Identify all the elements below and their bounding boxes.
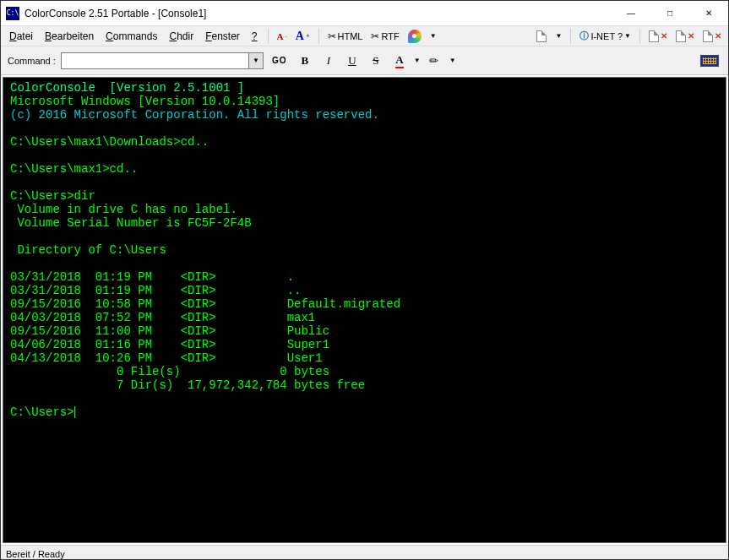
scissors-icon: ✂ bbox=[371, 30, 379, 42]
separator bbox=[268, 29, 269, 44]
maximize-button[interactable]: □ bbox=[650, 1, 689, 26]
bold-button[interactable]: B bbox=[296, 52, 314, 69]
separator bbox=[318, 29, 319, 44]
x-icon: ✕ bbox=[661, 31, 667, 41]
document-icon bbox=[676, 30, 686, 42]
scissors-icon: ✂ bbox=[328, 30, 336, 42]
text-color-button[interactable]: A bbox=[390, 52, 409, 69]
export-html-button[interactable]: ✂HTML bbox=[324, 29, 367, 44]
document-icon bbox=[703, 30, 713, 42]
menu-commands[interactable]: Commands bbox=[101, 29, 162, 44]
menubar: Datei Bearbeiten Commands Chdir Fenster … bbox=[1, 26, 728, 46]
menu-bearbeiten[interactable]: Bearbeiten bbox=[40, 29, 99, 44]
command-input[interactable] bbox=[61, 52, 248, 69]
menu-help[interactable]: ? bbox=[247, 29, 263, 44]
color-palette-button[interactable] bbox=[405, 28, 425, 45]
text-color-dropdown[interactable]: ▼ bbox=[414, 57, 421, 64]
go-button[interactable]: GO bbox=[269, 52, 291, 69]
window-title: ColorConsole 2.51 Portable - [Console1] bbox=[24, 8, 612, 19]
strike-button[interactable]: S bbox=[367, 52, 385, 69]
info-icon: ⓘ bbox=[579, 30, 589, 42]
separator bbox=[570, 29, 571, 44]
menu-chdir[interactable]: Chdir bbox=[164, 29, 199, 44]
pencil-icon: ✎ bbox=[427, 52, 443, 68]
close-tab-1-button[interactable]: ✕ bbox=[645, 29, 671, 44]
underline-button[interactable]: U bbox=[343, 52, 362, 69]
new-doc-button[interactable] bbox=[533, 29, 550, 44]
statusbar: Bereit / Ready bbox=[1, 545, 728, 560]
command-toolbar: Command : ▼ GO B I U S A ▼ ✎ ▼ bbox=[1, 46, 728, 75]
font-smaller-button[interactable]: A- bbox=[274, 30, 291, 43]
x-icon: ✕ bbox=[715, 31, 721, 41]
status-text: Bereit / Ready bbox=[6, 549, 65, 559]
titlebar: C:\ ColorConsole 2.51 Portable - [Consol… bbox=[1, 1, 728, 26]
x-icon: ✕ bbox=[688, 31, 694, 41]
separator bbox=[639, 29, 640, 44]
close-tab-2-button[interactable]: ✕ bbox=[672, 29, 698, 44]
font-larger-button[interactable]: A+ bbox=[292, 28, 313, 45]
console-output[interactable]: ColorConsole [Version 2.5.1001 ] Microso… bbox=[3, 77, 726, 543]
keyboard-button[interactable] bbox=[698, 52, 721, 69]
app-icon: C:\ bbox=[6, 7, 19, 20]
palette-icon bbox=[408, 30, 422, 43]
menu-datei[interactable]: Datei bbox=[4, 29, 38, 44]
italic-button[interactable]: I bbox=[319, 52, 338, 69]
minimize-button[interactable]: — bbox=[612, 1, 650, 26]
inet-button[interactable]: ⓘ I-NET ? ▼ bbox=[576, 28, 634, 44]
close-button[interactable]: ✕ bbox=[689, 1, 728, 26]
menu-fenster[interactable]: Fenster bbox=[200, 29, 245, 44]
highlight-button[interactable]: ✎ bbox=[426, 52, 444, 69]
command-label: Command : bbox=[8, 56, 56, 66]
dropdown-1[interactable]: ▼ bbox=[427, 30, 440, 41]
command-combobox[interactable]: ▼ bbox=[61, 52, 264, 69]
close-tab-3-button[interactable]: ✕ bbox=[699, 29, 725, 44]
document-icon bbox=[649, 30, 659, 42]
document-icon bbox=[536, 30, 547, 42]
dropdown-2[interactable]: ▼ bbox=[552, 30, 565, 41]
export-rtf-button[interactable]: ✂RTF bbox=[367, 29, 402, 44]
keyboard-icon bbox=[700, 55, 719, 67]
highlight-dropdown[interactable]: ▼ bbox=[449, 57, 456, 64]
command-dropdown-button[interactable]: ▼ bbox=[248, 52, 264, 69]
